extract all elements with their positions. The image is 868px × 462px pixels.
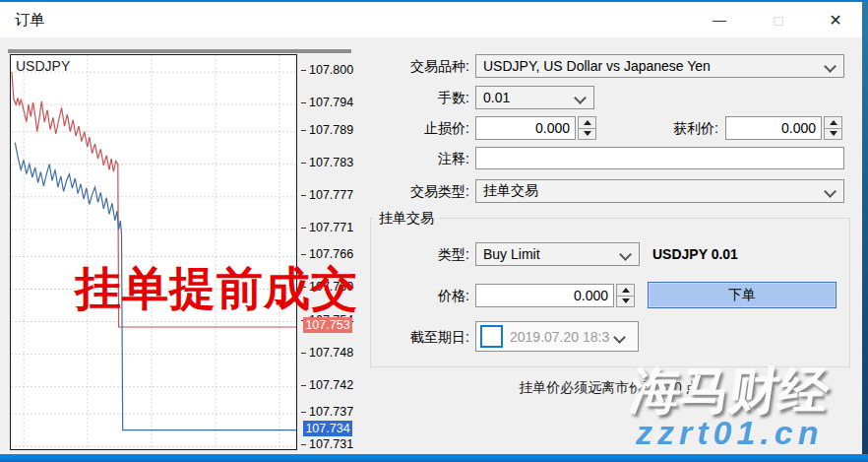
arrow-up-icon	[622, 288, 630, 293]
minimize-icon: —	[713, 12, 726, 28]
arrow-up-icon	[830, 120, 837, 125]
tradetype-value: 挂单交易	[483, 182, 538, 200]
chevron-down-icon	[619, 248, 632, 261]
window-title: 订单	[15, 11, 44, 30]
tradetype-combobox[interactable]: 挂单交易	[475, 179, 844, 203]
price-spinner	[475, 284, 635, 307]
takeprofit-label: 获利价:	[592, 116, 718, 140]
chevron-down-icon	[824, 185, 837, 198]
comment-label: 注释:	[346, 147, 469, 170]
stoploss-spinner	[475, 116, 596, 140]
expiry-label: 截至期日:	[346, 325, 469, 349]
arrow-down-icon	[830, 131, 837, 136]
stoploss-input[interactable]	[475, 116, 576, 140]
bid-price-badge: 107.734	[303, 421, 352, 436]
place-order-label: 下单	[728, 287, 756, 304]
chart-grid	[11, 55, 296, 449]
chevron-down-icon	[574, 92, 587, 104]
price-input[interactable]	[475, 284, 614, 307]
price-tick-label: 107.771	[309, 221, 353, 234]
symbol-value: USDJPY, US Dollar vs Japanese Yen	[483, 58, 711, 74]
price-tick-label: 107.737	[309, 405, 353, 419]
price-label: 价格:	[371, 284, 469, 307]
chart-symbol-label: USDJPY	[16, 58, 70, 74]
place-order-button[interactable]: 下单	[648, 282, 837, 308]
price-scale: 107.800107.794107.789107.783107.777107.7…	[300, 54, 355, 450]
price-spin-buttons	[616, 284, 635, 307]
comment-input[interactable]	[475, 147, 844, 169]
arrow-up-icon	[584, 120, 591, 125]
ordertype-value: Buy Limit	[483, 246, 540, 262]
arrow-down-icon	[584, 131, 591, 136]
hint-text: 挂单价必须远离市价至少 0 点	[370, 379, 848, 397]
ask-price-badge: 107.753	[303, 317, 352, 333]
price-tick-label: 107.742	[309, 378, 353, 392]
chart-top-bar	[8, 49, 351, 53]
bid-line	[15, 143, 296, 430]
arrow-down-icon	[622, 298, 630, 303]
symbol-label: 交易品种:	[346, 54, 469, 78]
ordertype-label: 类型:	[371, 242, 469, 266]
window-top-accent	[0, 0, 868, 2]
price-tick-label: 107.731	[309, 437, 353, 451]
chevron-down-icon	[613, 331, 626, 344]
minimize-button[interactable]: —	[697, 2, 742, 37]
close-icon: ✕	[829, 11, 841, 30]
price-tick-label: 107.766	[309, 247, 353, 261]
expiry-date-value: 2019.07.20 18:3	[510, 329, 609, 345]
symbol-combobox[interactable]: USDJPY, US Dollar vs Japanese Yen	[475, 54, 844, 78]
order-summary: USDJPY 0.01	[652, 242, 738, 266]
takeprofit-spin-buttons	[824, 116, 842, 140]
chevron-down-icon	[824, 60, 837, 73]
chart-plot-area[interactable]: USDJPY	[10, 54, 297, 450]
chart-canvas	[11, 55, 296, 449]
spin-down-button[interactable]	[616, 296, 635, 308]
volume-label: 手数:	[346, 86, 469, 109]
takeprofit-spinner	[725, 116, 842, 140]
title-bar: 订单 — □ ✕	[0, 2, 862, 37]
pending-group-label: 挂单交易	[374, 210, 439, 228]
background-window-bottom-edge	[0, 454, 868, 462]
volume-combobox[interactable]: 0.01	[475, 86, 594, 109]
close-button[interactable]: ✕	[813, 2, 858, 37]
volume-value: 0.01	[483, 90, 510, 105]
price-tick-label: 107.760	[309, 280, 353, 294]
background-window-right-edge	[862, 2, 868, 454]
maximize-button[interactable]: □	[756, 2, 801, 37]
order-dialog-window: 订单 — □ ✕ USDJPY 107.800107.794107.789107…	[0, 0, 868, 462]
spin-down-button[interactable]	[824, 128, 842, 141]
takeprofit-input[interactable]	[725, 116, 822, 140]
maximize-icon: □	[774, 12, 782, 29]
stoploss-label: 止损价:	[346, 116, 469, 140]
tradetype-label: 交易类型:	[335, 179, 469, 203]
price-chart: USDJPY 107.800107.794107.789107.783107.7…	[8, 49, 351, 453]
expiry-date-combobox[interactable]: 2019.07.20 18:3	[475, 321, 639, 352]
ordertype-combobox[interactable]: Buy Limit	[475, 242, 640, 266]
expiry-checkbox[interactable]	[480, 325, 503, 348]
